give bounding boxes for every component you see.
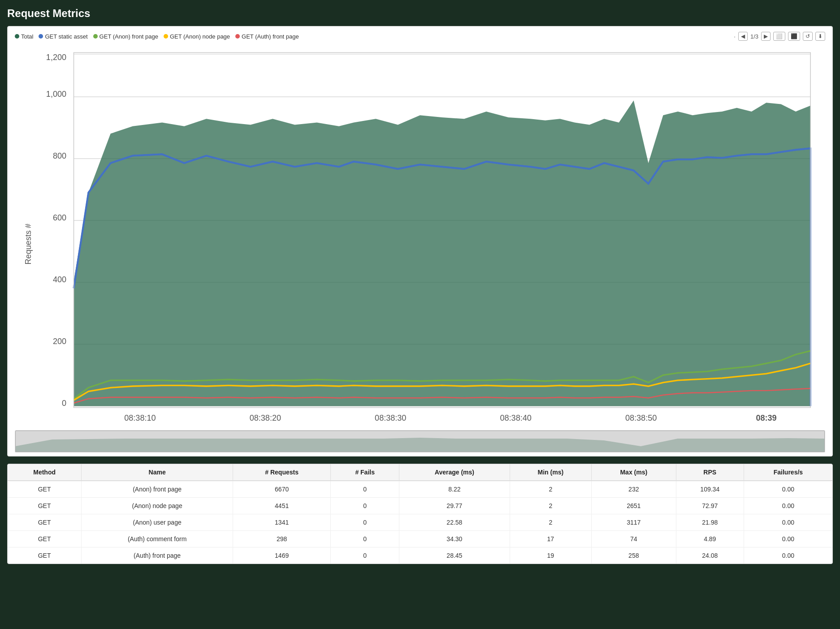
cell-2-4: 22.58 [399,514,510,530]
total-area [74,100,810,406]
cell-1-1: (Anon) node page [82,497,233,514]
svg-text:08:38:20: 08:38:20 [250,414,281,422]
cell-4-1: (Auth) front page [82,547,233,564]
svg-text:08:38:10: 08:38:10 [124,414,156,422]
table-row: GET(Anon) user page1341022.582311721.980… [8,514,832,530]
cell-0-3: 0 [331,481,399,498]
legend-get-static: GET static asset [39,33,87,40]
cell-2-2: 1341 [233,514,331,530]
header-row: Method Name # Requests # Fails Average (… [8,464,832,481]
legend-get-anon-node: GET (Anon) node page [164,33,230,40]
col-requests: # Requests [233,464,331,481]
minimap-handle[interactable] [15,431,825,452]
cell-2-5: 2 [510,514,591,530]
col-method: Method [8,464,82,481]
table-row: GET(Auth) front page1469028.451925824.08… [8,547,832,564]
page-indicator: 1/3 [750,33,758,40]
cell-0-0: GET [8,481,82,498]
chart-svg-wrapper: Requests # 0 200 400 600 800 1,000 1,200 [15,45,825,428]
legend-controls: · ◀ 1/3 ▶ ⬜ ⬛ ↺ ⬇ [734,32,825,41]
cell-3-0: GET [8,530,82,547]
cell-4-6: 258 [591,547,676,564]
legend-get-auth-front-icon [235,34,240,39]
cell-1-3: 0 [331,497,399,514]
cell-2-0: GET [8,514,82,530]
table-row: GET(Anon) node page4451029.772265172.970… [8,497,832,514]
next-page-button[interactable]: ▶ [761,32,771,41]
chart-container: Total GET static asset GET (Anon) front … [7,26,833,457]
cell-1-2: 4451 [233,497,331,514]
svg-text:200: 200 [53,337,66,346]
legend-get-static-icon [39,34,43,39]
col-min-ms: Min (ms) [510,464,591,481]
col-avg-ms: Average (ms) [399,464,510,481]
cell-1-0: GET [8,497,82,514]
legend-total-label: Total [21,33,33,40]
refresh-button[interactable]: ↺ [803,32,813,41]
legend-get-anon-front-icon [93,34,98,39]
svg-text:1,200: 1,200 [46,53,66,62]
cell-2-8: 0.00 [744,514,832,530]
table-row: GET(Auth) comment form298034.3017744.890… [8,530,832,547]
cell-3-1: (Auth) comment form [82,530,233,547]
download-button[interactable]: ⬇ [815,32,825,41]
svg-text:08:38:50: 08:38:50 [625,414,657,422]
svg-text:08:38:40: 08:38:40 [500,414,532,422]
cell-1-5: 2 [510,497,591,514]
cell-3-4: 34.30 [399,530,510,547]
svg-text:08:38:30: 08:38:30 [375,414,406,422]
legend-separator: · [734,33,736,40]
table-container: Method Name # Requests # Fails Average (… [7,464,833,564]
table-header: Method Name # Requests # Fails Average (… [8,464,832,481]
legend-get-anon-front: GET (Anon) front page [93,33,158,40]
table-row: GET(Anon) front page667008.222232109.340… [8,481,832,498]
collapse-button[interactable]: ⬛ [788,32,800,41]
cell-3-8: 0.00 [744,530,832,547]
cell-4-2: 1469 [233,547,331,564]
expand-button[interactable]: ⬜ [773,32,785,41]
cell-3-7: 4.89 [676,530,744,547]
page-title: Request Metrics [7,7,833,20]
x-axis: 08:38:10 08:38:20 08:38:30 08:38:40 08:3… [124,414,776,422]
legend-get-anon-node-label: GET (Anon) node page [170,33,230,40]
svg-text:1,000: 1,000 [46,90,66,99]
cell-0-7: 109.34 [676,481,744,498]
metrics-table: Method Name # Requests # Fails Average (… [8,464,832,564]
cell-3-5: 17 [510,530,591,547]
col-fails: # Fails [331,464,399,481]
chart-minimap[interactable] [15,430,825,452]
legend-total-icon [15,34,19,39]
cell-1-6: 2651 [591,497,676,514]
cell-2-3: 0 [331,514,399,530]
cell-2-7: 21.98 [676,514,744,530]
svg-text:08:39: 08:39 [756,414,776,422]
cell-3-6: 74 [591,530,676,547]
svg-text:800: 800 [53,151,66,160]
cell-0-5: 2 [510,481,591,498]
cell-4-8: 0.00 [744,547,832,564]
cell-4-0: GET [8,547,82,564]
cell-4-3: 0 [331,547,399,564]
cell-0-2: 6670 [233,481,331,498]
cell-2-1: (Anon) user page [82,514,233,530]
legend-get-auth-front: GET (Auth) front page [235,33,299,40]
col-name: Name [82,464,233,481]
cell-1-4: 29.77 [399,497,510,514]
svg-text:400: 400 [53,275,66,284]
cell-0-6: 232 [591,481,676,498]
chart-legend: Total GET static asset GET (Anon) front … [15,32,825,41]
cell-2-6: 3117 [591,514,676,530]
cell-4-7: 24.08 [676,547,744,564]
col-max-ms: Max (ms) [591,464,676,481]
table-body: GET(Anon) front page667008.222232109.340… [8,481,832,564]
prev-page-button[interactable]: ◀ [738,32,748,41]
y-axis-title: Requests # [24,224,33,264]
col-rps: RPS [676,464,744,481]
col-failures-s: Failures/s [744,464,832,481]
cell-1-7: 72.97 [676,497,744,514]
svg-text:600: 600 [53,213,66,222]
cell-3-2: 298 [233,530,331,547]
legend-get-static-label: GET static asset [45,33,87,40]
legend-get-anon-front-label: GET (Anon) front page [100,33,158,40]
legend-get-auth-front-label: GET (Auth) front page [242,33,299,40]
